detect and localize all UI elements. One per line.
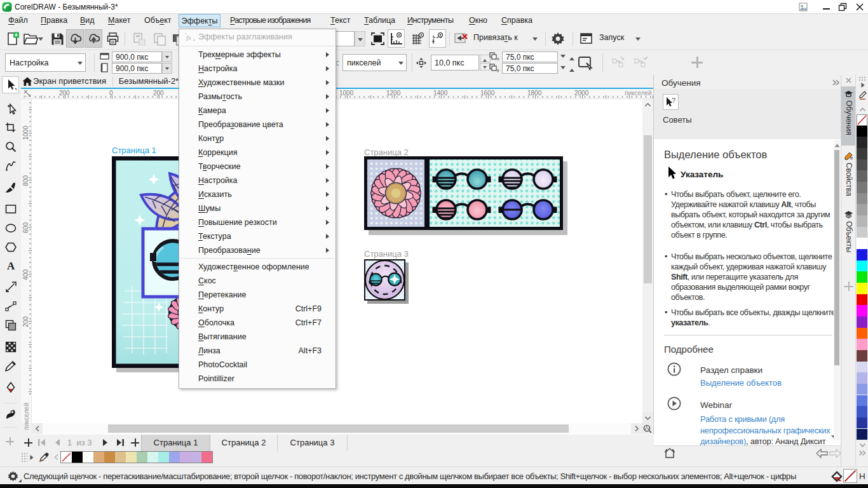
svg-text:y: y: [497, 68, 499, 72]
svg-text:?: ?: [672, 97, 675, 104]
svg-text:A: A: [7, 260, 15, 272]
svg-text:x: x: [497, 57, 499, 61]
svg-text:fx: fx: [186, 34, 191, 41]
